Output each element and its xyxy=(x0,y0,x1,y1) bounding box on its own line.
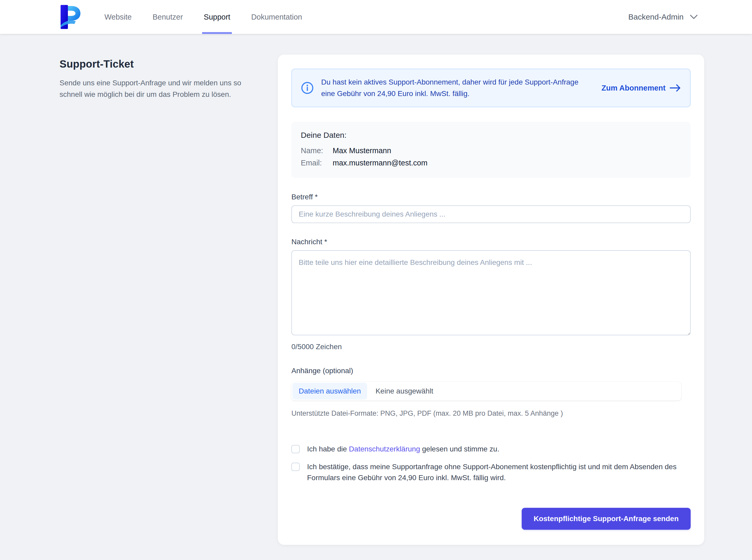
submit-support-request-button[interactable]: Kostenpflichtige Support-Anfrage senden xyxy=(522,508,691,530)
privacy-consent-text: Ich habe die Datenschutzerklärung gelese… xyxy=(307,444,499,455)
privacy-text-after: gelesen und stimme zu. xyxy=(420,445,500,453)
file-upload-row: Dateien auswählen Keine ausgewählt xyxy=(291,382,681,401)
nav-item-support[interactable]: Support xyxy=(204,0,230,34)
user-data-box: Deine Daten: Name: Max Mustermann Email:… xyxy=(291,122,691,178)
subject-field-group: Betreff * xyxy=(291,193,691,223)
message-textarea[interactable] xyxy=(291,250,691,335)
intro-section: Support-Ticket Sende uns eine Support-An… xyxy=(60,58,278,100)
privacy-consent-checkbox[interactable] xyxy=(291,445,300,453)
banner-message: Du hast kein aktives Support-Abonnement,… xyxy=(321,77,582,99)
message-field-group: Nachricht * 0/5000 Zeichen xyxy=(291,238,691,351)
privacy-policy-link[interactable]: Datenschutzerklärung xyxy=(349,445,420,453)
character-counter: 0/5000 Zeichen xyxy=(291,343,691,351)
page-title: Support-Ticket xyxy=(60,58,242,70)
fee-consent-checkbox[interactable] xyxy=(291,463,300,471)
main-nav: Website Benutzer Support Dokumentation xyxy=(104,0,323,34)
fee-consent-text: Ich bestätige, dass meine Supportanfrage… xyxy=(307,461,691,483)
chevron-down-icon xyxy=(690,14,698,20)
main-content: Support-Ticket Sende uns eine Support-An… xyxy=(0,34,752,545)
top-navigation-bar: Website Benutzer Support Dokumentation B… xyxy=(0,0,752,34)
choose-files-button[interactable]: Dateien auswählen xyxy=(292,383,367,400)
subject-input[interactable] xyxy=(291,205,691,223)
email-label: Email: xyxy=(301,159,333,167)
subscription-info-banner: Du hast kein aktives Support-Abonnement,… xyxy=(291,68,691,107)
go-to-subscription-label: Zum Abonnement xyxy=(602,84,666,93)
nav-item-website[interactable]: Website xyxy=(104,0,132,34)
attachments-group: Anhänge (optional) Dateien auswählen Kei… xyxy=(291,367,691,418)
user-data-title: Deine Daten: xyxy=(301,131,681,140)
info-icon xyxy=(301,81,314,95)
privacy-consent-row: Ich habe die Datenschutzerklärung gelese… xyxy=(291,444,691,455)
user-data-grid: Name: Max Mustermann Email: max.musterma… xyxy=(301,146,681,167)
name-label: Name: xyxy=(301,146,333,155)
support-ticket-card: Du hast kein aktives Support-Abonnement,… xyxy=(278,55,704,545)
privacy-text-before: Ich habe die xyxy=(307,445,349,453)
go-to-subscription-link[interactable]: Zum Abonnement xyxy=(602,84,681,93)
attachments-label: Anhänge (optional) xyxy=(291,367,353,375)
file-format-hint: Unterstützte Datei-Formate: PNG, JPG, PD… xyxy=(291,409,691,418)
email-value: max.mustermann@test.com xyxy=(333,159,681,167)
app-logo-icon[interactable] xyxy=(58,4,83,29)
subject-label: Betreff * xyxy=(291,193,318,201)
account-menu[interactable]: Backend-Admin xyxy=(628,13,698,21)
submit-row: Kostenpflichtige Support-Anfrage senden xyxy=(291,508,691,530)
arrow-right-icon xyxy=(670,84,681,92)
nav-item-dokumentation[interactable]: Dokumentation xyxy=(251,0,302,34)
fee-consent-row: Ich bestätige, dass meine Supportanfrage… xyxy=(291,461,691,483)
nav-item-benutzer[interactable]: Benutzer xyxy=(153,0,183,34)
file-selection-status: Keine ausgewählt xyxy=(375,387,433,395)
page-description: Sende uns eine Support-Anfrage und wir m… xyxy=(60,77,242,100)
account-menu-label: Backend-Admin xyxy=(628,13,683,21)
message-label: Nachricht * xyxy=(291,238,327,246)
name-value: Max Mustermann xyxy=(333,146,681,155)
